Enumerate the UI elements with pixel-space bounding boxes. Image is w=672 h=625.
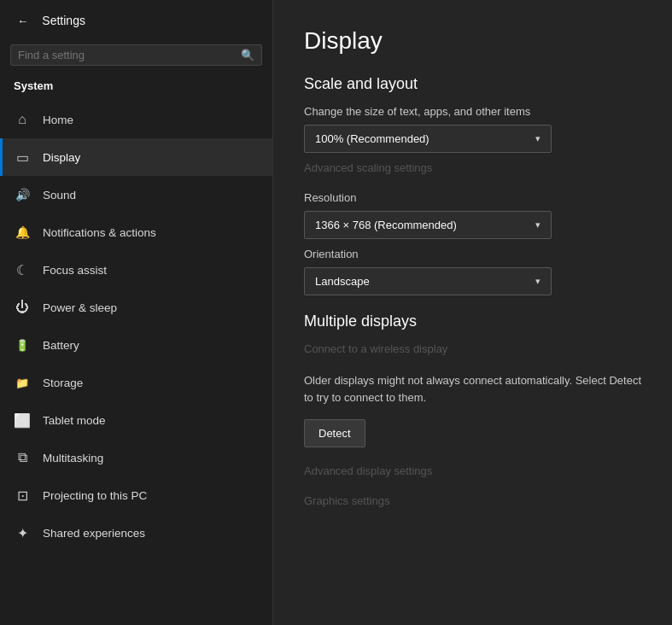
home-icon bbox=[14, 112, 31, 127]
nav-item-sound[interactable]: Sound bbox=[0, 176, 272, 213]
nav-label-projecting: Projecting to this PC bbox=[43, 489, 147, 502]
multiple-displays-description: Older displays might not always connect … bbox=[304, 372, 641, 406]
nav-item-focus[interactable]: Focus assist bbox=[0, 251, 272, 289]
advanced-display-link[interactable]: Advanced display settings bbox=[304, 464, 641, 477]
nav-label-notifications: Notifications & actions bbox=[43, 226, 156, 239]
scale-section-title: Scale and layout bbox=[304, 75, 641, 93]
scale-description: Change the size of text, apps, and other… bbox=[304, 105, 641, 118]
power-icon bbox=[14, 300, 31, 315]
nav-item-display[interactable]: Display bbox=[0, 138, 272, 176]
scale-dropdown-value: 100% (Recommended) bbox=[315, 132, 429, 145]
page-title: Display bbox=[304, 27, 641, 55]
nav-label-home: Home bbox=[43, 114, 73, 126]
nav-label-display: Display bbox=[43, 151, 80, 164]
shared-icon bbox=[14, 525, 31, 541]
main-content: Display Scale and layout Change the size… bbox=[273, 0, 672, 625]
orientation-dropdown[interactable]: Landscape ▾ bbox=[304, 267, 552, 295]
nav-item-projecting[interactable]: Projecting to this PC bbox=[0, 476, 272, 514]
nav-label-shared: Shared experiences bbox=[43, 527, 145, 540]
orientation-label: Orientation bbox=[304, 248, 641, 260]
tablet-icon bbox=[14, 412, 31, 429]
notifications-icon bbox=[14, 225, 31, 240]
sidebar-title: Settings bbox=[42, 14, 85, 27]
sidebar: ← Settings 🔍 System Home Display Sound N… bbox=[0, 0, 273, 625]
nav-item-power[interactable]: Power & sleep bbox=[0, 289, 272, 326]
scale-dropdown[interactable]: 100% (Recommended) ▾ bbox=[304, 125, 552, 153]
search-box[interactable]: 🔍 bbox=[10, 44, 262, 66]
sound-icon bbox=[14, 187, 31, 202]
resolution-label: Resolution bbox=[304, 191, 641, 204]
battery-icon bbox=[14, 337, 31, 353]
back-button[interactable]: ← bbox=[14, 11, 32, 31]
back-icon: ← bbox=[17, 15, 28, 27]
nav-label-multitasking: Multitasking bbox=[43, 452, 103, 464]
multitasking-icon bbox=[14, 450, 31, 465]
storage-icon bbox=[14, 375, 31, 390]
multiple-displays-title: Multiple displays bbox=[304, 312, 641, 330]
nav-item-storage[interactable]: Storage bbox=[0, 364, 272, 401]
nav-item-home[interactable]: Home bbox=[0, 101, 272, 138]
nav-item-shared[interactable]: Shared experiences bbox=[0, 514, 272, 552]
orientation-dropdown-value: Landscape bbox=[315, 275, 370, 288]
nav-label-sound: Sound bbox=[43, 189, 76, 202]
connect-wireless-link[interactable]: Connect to a wireless display bbox=[304, 342, 641, 355]
sidebar-header: ← Settings bbox=[0, 0, 272, 41]
resolution-dropdown[interactable]: 1366 × 768 (Recommended) ▾ bbox=[304, 211, 552, 239]
search-icon: 🔍 bbox=[241, 49, 254, 61]
detect-button[interactable]: Detect bbox=[304, 419, 365, 447]
nav-item-multitasking[interactable]: Multitasking bbox=[0, 439, 272, 476]
system-label: System bbox=[0, 74, 272, 101]
advanced-scaling-link[interactable]: Advanced scaling settings bbox=[304, 161, 641, 174]
nav-item-notifications[interactable]: Notifications & actions bbox=[0, 213, 272, 251]
resolution-dropdown-arrow: ▾ bbox=[535, 219, 541, 231]
resolution-dropdown-value: 1366 × 768 (Recommended) bbox=[315, 219, 457, 231]
projecting-icon bbox=[14, 488, 31, 504]
nav-label-power: Power & sleep bbox=[43, 301, 117, 314]
search-input[interactable] bbox=[18, 49, 241, 61]
orientation-dropdown-arrow: ▾ bbox=[535, 276, 541, 287]
nav-label-storage: Storage bbox=[43, 377, 83, 389]
nav-label-battery: Battery bbox=[43, 339, 79, 352]
nav-label-focus: Focus assist bbox=[43, 264, 107, 277]
display-icon bbox=[14, 149, 31, 166]
nav-label-tablet: Tablet mode bbox=[43, 414, 106, 427]
nav-item-battery[interactable]: Battery bbox=[0, 326, 272, 364]
scale-dropdown-arrow: ▾ bbox=[535, 133, 541, 144]
focus-icon bbox=[14, 262, 31, 278]
graphics-settings-link[interactable]: Graphics settings bbox=[304, 494, 641, 507]
nav-item-tablet[interactable]: Tablet mode bbox=[0, 401, 272, 439]
